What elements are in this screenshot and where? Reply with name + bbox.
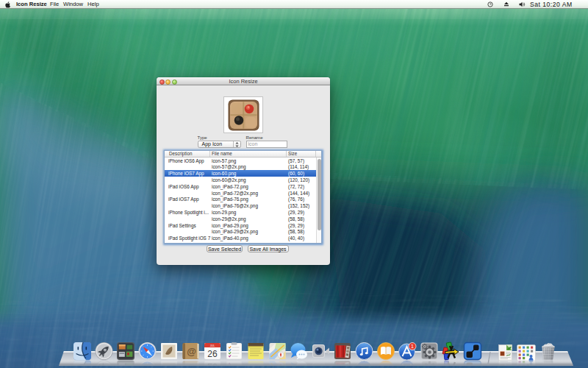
svg-text:26: 26	[207, 349, 218, 359]
svg-text:@: @	[187, 346, 196, 357]
svg-text:1: 1	[411, 344, 414, 349]
svg-text:JUL: JUL	[210, 344, 215, 347]
